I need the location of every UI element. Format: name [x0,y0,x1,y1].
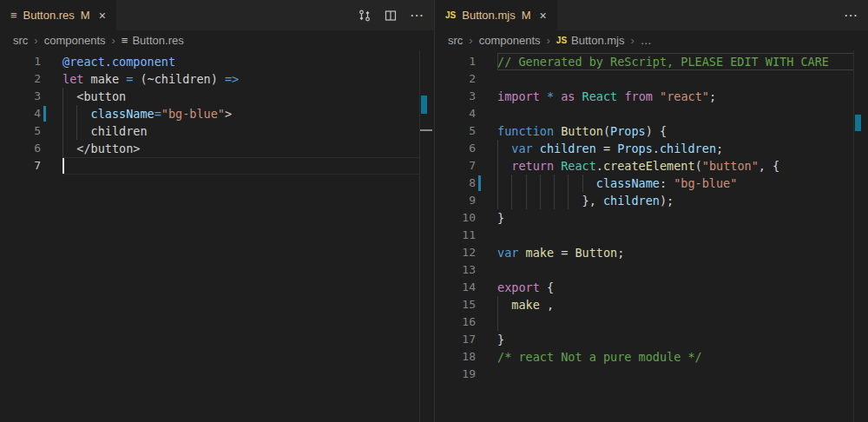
gutter [476,261,497,279]
line-number[interactable]: 5 [0,122,41,140]
token: => [225,72,239,86]
token: ) { [646,124,667,138]
editor-actions-left: ⋯ [358,0,434,30]
breadcrumb: src›components›≡Button.res [0,30,434,50]
line-number[interactable]: 4 [435,105,476,122]
token: make [83,72,126,86]
line-number[interactable]: 3 [0,88,41,105]
code-text[interactable] [497,105,854,122]
breadcrumb-item[interactable]: components [479,34,541,47]
line-number[interactable]: 1 [435,53,476,70]
line-number[interactable]: 12 [435,244,476,261]
code-text[interactable]: </button> [62,140,420,157]
breadcrumb-file[interactable]: JSButton.mjs [556,34,625,47]
vscode-window: ≡ Button.res M × [0,0,868,422]
code-text[interactable]: } [497,209,854,227]
line-number[interactable]: 13 [435,261,476,279]
breadcrumb-item[interactable]: src [13,34,28,47]
code-line: 18/* react Not a pure module */ [435,348,854,366]
code-text[interactable]: }, children); [497,192,854,209]
code-text[interactable] [497,313,854,331]
breadcrumb-item[interactable]: src [448,34,463,47]
token: ; [716,142,723,155]
tab-button-mjs[interactable]: JS Button.mjs M × [435,0,557,30]
indent-guide [497,140,511,157]
line-number[interactable]: 18 [435,348,476,366]
split-editor-icon[interactable] [384,9,398,23]
token: = [155,107,161,121]
code-text[interactable] [497,261,854,279]
breadcrumb-item[interactable]: components [44,34,106,47]
more-actions-icon[interactable]: ⋯ [410,9,424,23]
indent-guide [540,192,554,209]
line-number[interactable]: 8 [435,175,476,192]
code-text[interactable]: return React.createElement("button", { [497,157,854,175]
line-number[interactable]: 7 [435,157,476,175]
line-number[interactable]: 6 [0,140,41,157]
token: as [561,89,575,103]
code-text[interactable]: className="bg-blue"> [62,105,420,122]
code-text[interactable]: @react.component [62,53,420,70]
line-number[interactable]: 9 [435,192,476,209]
line-number[interactable]: 10 [435,209,476,227]
code-text[interactable]: } [497,331,854,348]
gutter [41,70,62,88]
line-number[interactable]: 5 [435,122,476,140]
close-icon[interactable]: × [99,9,106,23]
code-text[interactable]: <button [62,88,420,105]
code-text[interactable]: make , [497,296,854,313]
line-number[interactable]: 4 [0,105,41,122]
line-number[interactable]: 16 [435,313,476,331]
code-line: 7return React.createElement("button", { [435,157,854,175]
line-number[interactable]: 2 [0,70,41,88]
line-number[interactable]: 15 [435,296,476,313]
token: = [554,246,575,260]
code-text[interactable] [497,227,854,244]
breadcrumb-more[interactable]: … [641,34,652,47]
code-text[interactable]: var children = Props.children; [497,140,854,157]
token: <button [76,89,126,103]
breadcrumb-file[interactable]: ≡Button.res [122,34,184,47]
token: Props [617,142,653,155]
token: children [540,142,596,155]
tab-button-res[interactable]: ≡ Button.res M × [0,0,116,30]
token: ( [695,159,702,173]
code-line: 3<button [0,88,420,105]
code-text[interactable]: export { [497,279,854,296]
token: createElement [603,159,695,173]
code-text[interactable]: var make = Button; [497,244,854,261]
token: ; [709,89,716,103]
line-number[interactable]: 2 [435,70,476,88]
tab-label: Button.mjs [462,9,515,22]
git-modified-line-marker [43,106,46,122]
line-number[interactable]: 19 [435,366,476,383]
js-file-icon: JS [445,10,456,20]
gutter [476,366,497,383]
code-text[interactable]: let make = (~children) => [62,70,420,88]
code-text[interactable]: // Generated by ReScript, PLEASE EDIT WI… [497,53,854,70]
line-number[interactable]: 17 [435,331,476,348]
code-text[interactable] [497,366,854,383]
code-text[interactable]: import * as React from "react"; [497,88,854,105]
code-text[interactable]: children [62,122,420,140]
token: "bg-blue" [161,107,225,121]
token: > [225,107,232,121]
gutter [41,140,62,157]
line-number[interactable]: 6 [435,140,476,157]
line-number[interactable]: 1 [0,53,41,70]
code-text[interactable]: /* react Not a pure module */ [497,348,854,366]
line-number[interactable]: 14 [435,279,476,296]
code-text[interactable]: function Button(Props) { [497,122,854,140]
line-number[interactable]: 3 [435,88,476,105]
close-icon[interactable]: × [540,9,547,23]
open-changes-icon[interactable] [358,9,372,23]
code-text[interactable] [62,157,420,175]
code-text[interactable]: className: "bg-blue" [497,175,854,192]
code-line: 14export { [435,279,854,296]
line-number[interactable]: 11 [435,227,476,244]
code-text[interactable] [497,70,854,88]
more-actions-icon[interactable]: ⋯ [844,9,858,23]
token: "bg-blue" [674,176,737,190]
indent-guide [76,122,90,140]
line-number[interactable]: 7 [0,157,41,175]
